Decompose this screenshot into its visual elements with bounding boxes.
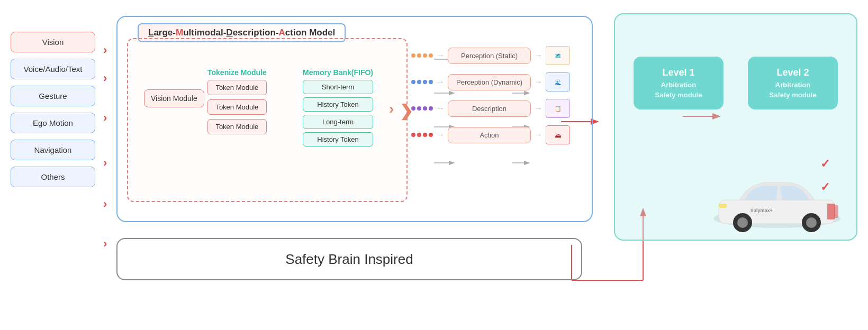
input-egomotion-label: Ego Motion (33, 118, 73, 127)
memory-bank-section: Memory Bank(FIFO) Short-term History Tok… (303, 68, 373, 150)
lmda-d: D (226, 28, 232, 38)
car-svg: nulymax+ (703, 171, 851, 234)
tokenize-section: Tokenize Module Token Module Token Modul… (207, 68, 267, 139)
memory-bank-title: Memory Bank(FIFO) (303, 68, 373, 77)
input-egomotion: Ego Motion (11, 113, 95, 133)
svg-point-20 (806, 217, 817, 228)
memory-shortterm: Short-term (303, 80, 373, 94)
input-vision: Vision (11, 32, 95, 52)
main-lmda-container: Large-Multimodal-Description-Action Mode… (116, 16, 593, 222)
arrow-description-right: → (534, 104, 542, 113)
dot3 (423, 53, 427, 58)
arrow-action: → (436, 130, 445, 140)
chevron-navigation: › (103, 197, 107, 210)
dot-act1 (411, 133, 415, 137)
token-module-2: Token Module (207, 99, 267, 115)
svg-text:nulymax+: nulymax+ (751, 208, 773, 213)
input-gesture-label: Gesture (39, 91, 67, 100)
token-module-3: Token Module (207, 119, 267, 134)
dot1 (411, 53, 415, 58)
arrow-action-right: → (534, 130, 542, 140)
perception-section: → Perception (Static) → 🗺️ → Perception … (411, 46, 570, 152)
arrow-static: → (436, 51, 445, 60)
level2-subtitle: Arbitration (757, 81, 828, 89)
input-navigation: Navigation (11, 140, 95, 160)
level2-title: Level 2 (757, 67, 828, 79)
vision-module-label: Vision Module (151, 94, 197, 103)
checkmark-1: ✓ (820, 157, 830, 171)
description-row: → Description → 📋 (411, 99, 570, 118)
dot-desc3 (423, 106, 427, 111)
input-others-label: Others (41, 172, 65, 181)
input-navigation-label: Navigation (34, 145, 72, 154)
icon-dynamic: 🌊 (546, 72, 570, 91)
car-image: nulymax+ (703, 171, 851, 234)
level1-title: Level 1 (643, 67, 714, 79)
safety-brain-box: Safety Brain Inspired (116, 238, 582, 280)
diagram-container: › › › › › › › ❯ (0, 0, 868, 330)
dot-d1 (411, 80, 415, 84)
arrow-dynamic-right: → (534, 77, 542, 87)
level2-arbitration-box: Level 2 Arbitration Safety module (748, 57, 838, 109)
memory-history2: History Token (303, 132, 373, 146)
input-gesture: Gesture (11, 86, 95, 106)
icon-description: 📋 (546, 99, 570, 118)
inner-model-container: Vision Module Tokenize Module Token Modu… (127, 38, 408, 202)
tokenize-title: Tokenize Module (207, 68, 267, 77)
svg-rect-22 (834, 205, 838, 218)
level2-module: Safety module (757, 91, 828, 99)
action-box: Action (448, 127, 531, 143)
dot-act4 (429, 133, 433, 137)
arrow-dynamic: → (436, 77, 445, 87)
icon-static: 🗺️ (546, 46, 570, 65)
memory-longterm: Long-term (303, 115, 373, 129)
token-module-1: Token Module (207, 80, 267, 95)
dots-description (411, 106, 433, 111)
chevron-egomotion: › (103, 156, 107, 169)
dot4 (429, 53, 433, 58)
perception-dynamic-row: → Perception (Dynamic) → 🌊 (411, 72, 570, 91)
dots-static (411, 53, 433, 58)
dots-action (411, 133, 433, 137)
lmda-m: M (176, 28, 183, 38)
dot-d2 (417, 80, 421, 84)
perception-static-box: Perception (Static) (448, 48, 531, 64)
dot-desc4 (429, 106, 433, 111)
dot2 (417, 53, 421, 58)
safety-brain-label: Safety Brain Inspired (285, 251, 413, 268)
svg-rect-24 (719, 204, 727, 208)
dot-desc2 (417, 106, 421, 111)
dot-d4 (429, 80, 433, 84)
lmda-l: L (148, 28, 153, 38)
dot-d3 (423, 80, 427, 84)
lmda-a: A (279, 28, 285, 38)
input-section: Vision Voice/Audio/Text Gesture Ego Moti… (11, 32, 95, 187)
arrow-static-right: → (534, 51, 542, 60)
chevron-vision: › (103, 43, 107, 57)
chevron-others: › (103, 237, 107, 250)
level1-arbitration-box: Level 1 Arbitration Safety module (634, 57, 724, 109)
cyan-arbitration-section: Level 1 Arbitration Safety module Level … (614, 13, 857, 241)
level1-module: Safety module (643, 91, 714, 99)
action-row: → Action → 🚗 (411, 125, 570, 144)
dot-desc1 (411, 106, 415, 111)
vision-module-box: Vision Module (144, 89, 204, 107)
chevron-gesture: › (103, 111, 107, 124)
arrow-description: → (436, 104, 445, 113)
memory-history1: History Token (303, 97, 373, 112)
chevron-voice: › (103, 71, 107, 85)
perception-dynamic-box: Perception (Dynamic) (448, 74, 531, 90)
dot-act3 (423, 133, 427, 137)
dot-act2 (417, 133, 421, 137)
input-others: Others (11, 167, 95, 187)
dots-dynamic (411, 80, 433, 84)
perception-static-row: → Perception (Static) → 🗺️ (411, 46, 570, 65)
input-voice-label: Voice/Audio/Text (24, 65, 83, 74)
svg-rect-21 (827, 204, 835, 219)
icon-action: 🚗 (546, 125, 570, 144)
description-box: Description (448, 100, 531, 117)
level1-subtitle: Arbitration (643, 81, 714, 89)
input-vision-label: Vision (42, 38, 64, 47)
svg-point-18 (737, 217, 748, 228)
input-voice: Voice/Audio/Text (11, 59, 95, 79)
